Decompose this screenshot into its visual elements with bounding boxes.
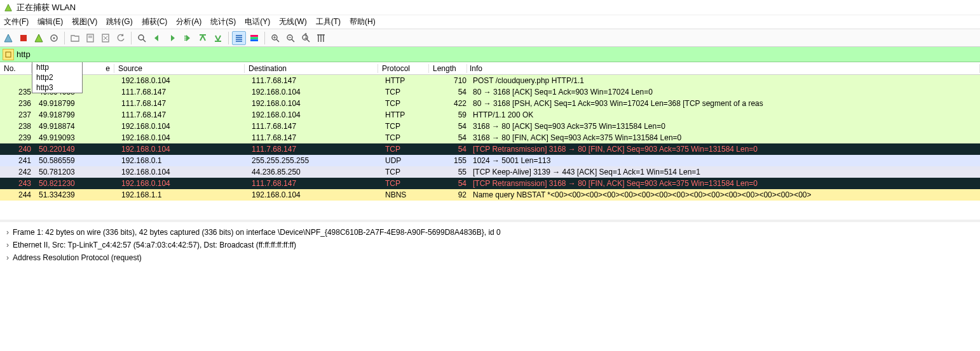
cell-length: 155	[432, 156, 470, 165]
svg-line-10	[143, 39, 146, 42]
packet-row[interactable]: 24451.334239192.168.1.1192.168.0.104NBNS…	[0, 189, 980, 201]
cell-time: 50.781203	[35, 168, 118, 176]
cell-info: 1024 → 5001 Len=113	[470, 156, 980, 165]
menu-stats[interactable]: 统计(S)	[210, 17, 236, 27]
packet-row[interactable]: 23949.919093192.168.0.104111.7.68.147TCP…	[0, 132, 980, 143]
filter-suggestion[interactable]: http3	[32, 83, 82, 93]
resize-columns-button[interactable]	[314, 31, 328, 45]
separator	[264, 32, 265, 44]
packet-row[interactable]: 23649.918799111.7.68.147192.168.0.104TCP…	[0, 98, 980, 109]
col-head-destination[interactable]: Destination	[245, 64, 378, 73]
col-head-source[interactable]: Source	[114, 64, 245, 73]
titlebar: 正在捕获 WLAN	[0, 0, 980, 15]
cell-no: 239	[0, 133, 35, 142]
cell-info: 80 → 3168 [ACK] Seq=1 Ack=903 Win=17024 …	[470, 88, 980, 96]
menu-telephony[interactable]: 电话(Y)	[245, 17, 270, 27]
cell-info: [TCP Retransmission] 3168 → 80 [FIN, ACK…	[470, 179, 980, 188]
packet-row[interactable]: 24150.586559192.168.0.1255.255.255.255UD…	[0, 155, 980, 166]
close-file-button[interactable]	[99, 31, 112, 45]
open-file-button[interactable]	[68, 31, 82, 45]
cell-protocol: TCP	[381, 88, 432, 96]
find-button[interactable]	[135, 31, 149, 45]
chevron-right-icon[interactable]: ›	[3, 241, 13, 249]
col-head-protocol[interactable]: Protocol	[378, 64, 429, 73]
chevron-right-icon[interactable]: ›	[3, 253, 13, 262]
cell-source: 192.168.0.104	[118, 145, 248, 154]
start-capture-button[interactable]	[1, 31, 15, 45]
go-last-button[interactable]	[211, 31, 225, 45]
menu-analyze[interactable]: 分析(A)	[176, 17, 201, 27]
packet-row[interactable]: 23549.894058111.7.68.147192.168.0.104TCP…	[0, 86, 980, 98]
packet-row[interactable]: 24250.781203192.168.0.10444.236.85.250TC…	[0, 166, 980, 178]
go-to-packet-button[interactable]	[180, 31, 194, 45]
display-filter-input[interactable]	[17, 47, 980, 62]
svg-line-24	[276, 39, 279, 42]
cell-source: 192.168.1.1	[118, 190, 248, 199]
filter-bar: http http2 http3	[0, 47, 980, 62]
bookmark-filter-icon[interactable]	[3, 49, 14, 60]
separator	[131, 32, 132, 44]
packet-row[interactable]: 23849.918874192.168.0.104111.7.68.147TCP…	[0, 121, 980, 132]
detail-row[interactable]: › Ethernet II, Src: Tp-LinkT_c4:42:57 (5…	[3, 239, 977, 251]
zoom-in-button[interactable]	[268, 31, 282, 45]
stop-capture-button[interactable]	[17, 31, 31, 45]
packet-row[interactable]: 23749.918799111.7.68.147192.168.0.104HTT…	[0, 109, 980, 121]
capture-options-button[interactable]	[47, 31, 61, 45]
zoom-reset-button[interactable]: 1	[299, 31, 313, 45]
cell-info: 80 → 3168 [PSH, ACK] Seq=1 Ack=903 Win=1…	[470, 99, 980, 108]
colorize-button[interactable]	[247, 31, 261, 45]
cell-source: 192.168.0.104	[118, 133, 248, 142]
go-back-button[interactable]	[150, 31, 164, 45]
go-forward-button[interactable]	[165, 31, 179, 45]
svg-point-2	[53, 37, 55, 39]
cell-destination: 192.168.0.104	[248, 110, 381, 119]
menu-capture[interactable]: 捕获(C)	[142, 17, 168, 27]
cell-no: 244	[0, 190, 35, 199]
detail-row[interactable]: › Address Resolution Protocol (request)	[3, 251, 977, 264]
cell-protocol: UDP	[381, 156, 432, 165]
menu-file[interactable]: 文件(F)	[4, 17, 29, 27]
menu-tools[interactable]: 工具(T)	[316, 17, 341, 27]
menu-help[interactable]: 帮助(H)	[350, 17, 376, 27]
svg-rect-20	[250, 35, 258, 37]
packet-row[interactable]: 24050.220149192.168.0.104111.7.68.147TCP…	[0, 143, 980, 155]
restart-capture-button[interactable]	[32, 31, 46, 45]
cell-time: 50.220149	[35, 145, 118, 154]
packet-list[interactable]: 844575192.168.0.104111.7.68.147HTTP710PO…	[0, 75, 980, 201]
cell-destination: 111.7.68.147	[248, 122, 381, 131]
cell-time: 51.334239	[35, 190, 118, 199]
cell-no: 238	[0, 122, 35, 131]
menu-go[interactable]: 跳转(G)	[106, 17, 132, 27]
filter-suggestion[interactable]: http2	[32, 72, 82, 83]
reload-button[interactable]	[114, 31, 128, 45]
autoscroll-button[interactable]	[232, 31, 246, 45]
save-file-button[interactable]	[83, 31, 97, 45]
cell-time: 50.821230	[35, 179, 118, 188]
separator	[228, 32, 229, 44]
filter-autocomplete: http http2 http3	[32, 62, 83, 93]
cell-time: 49.918874	[35, 122, 118, 131]
col-head-length[interactable]: Length	[429, 64, 467, 73]
packet-row[interactable]: 24350.821230192.168.0.104111.7.68.147TCP…	[0, 178, 980, 189]
menu-wireless[interactable]: 无线(W)	[279, 17, 306, 27]
cell-length: 55	[432, 168, 470, 176]
packet-row[interactable]: 844575192.168.0.104111.7.68.147HTTP710PO…	[0, 75, 980, 86]
chevron-right-icon[interactable]: ›	[3, 228, 13, 237]
cell-protocol: HTTP	[381, 110, 432, 119]
filter-suggestion[interactable]: http	[32, 62, 82, 72]
menu-view[interactable]: 视图(V)	[72, 17, 97, 27]
cell-length: 54	[432, 145, 470, 154]
cell-time: 49.918799	[35, 99, 118, 108]
packet-details[interactable]: › Frame 1: 42 bytes on wire (336 bits), …	[0, 220, 980, 268]
menu-edit[interactable]: 编辑(E)	[37, 17, 63, 27]
cell-info: 3168 → 80 [FIN, ACK] Seq=903 Ack=375 Win…	[470, 133, 980, 142]
cell-source: 192.168.0.104	[118, 179, 248, 188]
detail-row[interactable]: › Frame 1: 42 bytes on wire (336 bits), …	[3, 226, 977, 239]
go-first-button[interactable]	[196, 31, 210, 45]
zoom-out-button[interactable]	[283, 31, 297, 45]
cell-protocol: TCP	[381, 168, 432, 176]
col-head-no[interactable]: No.	[0, 64, 32, 73]
col-head-info[interactable]: Info	[467, 64, 980, 73]
cell-destination: 192.168.0.104	[248, 190, 381, 199]
cell-source: 111.7.68.147	[118, 99, 248, 108]
